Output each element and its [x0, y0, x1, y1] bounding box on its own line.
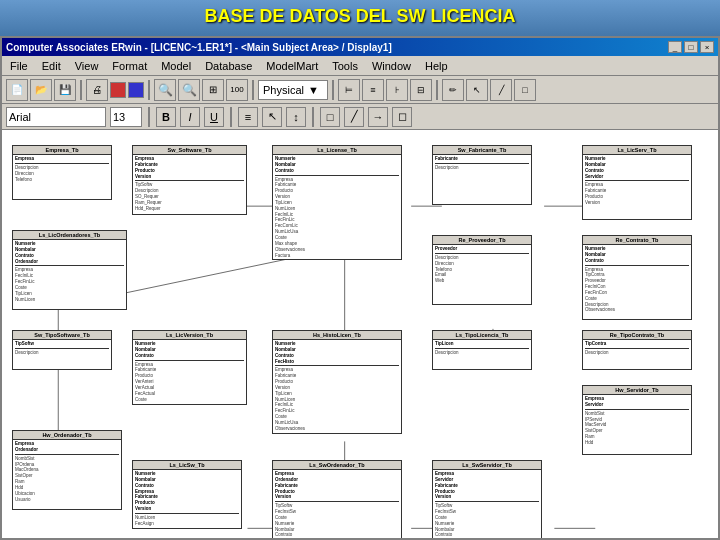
entity-box-e3[interactable]: Ls_LicServ_TbNumserieNombalarContratoSer… — [582, 145, 692, 220]
minimize-button[interactable]: _ — [668, 41, 682, 53]
line-tool-button[interactable]: ╱ — [490, 79, 512, 101]
field: FecAsign — [135, 521, 239, 527]
entity-header: Ls_LicSw_Tb — [133, 461, 241, 470]
align-left-button[interactable]: ⊨ — [338, 79, 360, 101]
field: Descripcion — [585, 350, 689, 356]
draw-line-button[interactable]: ╱ — [344, 107, 364, 127]
entity-box-e8[interactable]: Re_Proveedor_TbProveedorDescripcionDirec… — [432, 235, 532, 305]
arrow-tool-button[interactable]: ↖ — [262, 107, 282, 127]
entity-box-e12[interactable]: Re_TipoContrato_TbTipContraDescripcion — [582, 330, 692, 370]
sep5 — [436, 80, 438, 100]
entity-box-e14[interactable]: Hw_Servidor_TbEmpresaServidorNombSistIPS… — [582, 385, 692, 455]
canvas-area[interactable]: Ls_License_TbNumserieNombalarContratoEmp… — [2, 130, 718, 538]
print-button[interactable]: 🖨 — [86, 79, 108, 101]
field: Version — [585, 200, 689, 206]
app-window: Computer Associates ERwin - [LICENC~1.ER… — [0, 36, 720, 540]
entity-body: NumserieNombalarContratoEmpresaTipContra… — [583, 245, 691, 314]
menu-file[interactable]: File — [4, 59, 34, 73]
sep1 — [80, 80, 82, 100]
entity-box-e7[interactable]: Ls_LicVersion_TbNumserieNombalarContrato… — [132, 330, 247, 405]
view-mode-dropdown[interactable]: Physical ▼ — [258, 80, 328, 100]
entity-header: Sw_Fabricante_Tb — [433, 146, 531, 155]
entity-separator — [275, 501, 399, 502]
pk-field: Version — [435, 494, 539, 500]
entity-separator — [585, 409, 689, 410]
draw-tool-button[interactable]: ✏ — [442, 79, 464, 101]
italic-button[interactable]: I — [180, 107, 200, 127]
eraser-button[interactable]: ◻ — [392, 107, 412, 127]
draw-rect-button[interactable]: □ — [320, 107, 340, 127]
entity-separator — [15, 265, 124, 266]
zoom-in-button[interactable]: 🔍 — [154, 79, 176, 101]
zoom-fit-button[interactable]: ⊞ — [202, 79, 224, 101]
field: NumLicen — [15, 297, 124, 303]
entity-box-e13[interactable]: Ls_TipoLicencia_TbTipLicenDescripcion — [432, 330, 532, 370]
entity-box-e15[interactable]: Hw_Ordenador_TbEmpresaOrdenadorNombSistI… — [12, 430, 122, 510]
menu-window[interactable]: Window — [366, 59, 417, 73]
pk-field: Fabricante — [435, 156, 529, 162]
color1-button[interactable] — [110, 82, 126, 98]
new-button[interactable]: 📄 — [6, 79, 28, 101]
entity-box-e1[interactable]: Ls_License_TbNumserieNombalarContratoEmp… — [272, 145, 402, 260]
pk-field: FecHisto — [275, 359, 399, 365]
entity-box-e16[interactable]: Ls_SwOrdenador_TbEmpresaOrdenadorFabrica… — [272, 460, 402, 538]
entity-box-e5[interactable]: Ls_LicOrdenadores_TbNumserieNombalarCont… — [12, 230, 127, 310]
entity-box-e17[interactable]: Ls_SwServidor_TbEmpresaServidorFabricant… — [432, 460, 542, 538]
maximize-button[interactable]: □ — [684, 41, 698, 53]
font-sep1 — [148, 107, 150, 127]
menu-help[interactable]: Help — [419, 59, 454, 73]
entity-box-e11[interactable]: Sw_TipoSoftware_TbTipSoftwDescripcion — [12, 330, 112, 370]
font-sep3 — [312, 107, 314, 127]
shape-tool-button[interactable]: □ — [514, 79, 536, 101]
entity-header: Hw_Ordenador_Tb — [13, 431, 121, 440]
align-left-text-button[interactable]: ≡ — [238, 107, 258, 127]
entity-header: Ls_LicServ_Tb — [583, 146, 691, 155]
open-button[interactable]: 📂 — [30, 79, 52, 101]
sep4 — [332, 80, 334, 100]
pk-field: TipSoftw — [15, 341, 109, 347]
title-banner: BASE DE DATOS DEL SW LICENCIA — [0, 0, 720, 36]
field: Hdd_Requer — [135, 206, 244, 212]
menu-edit[interactable]: Edit — [36, 59, 67, 73]
entity-box-e4[interactable]: Sw_Software_TbEmpresaFabricanteProductoV… — [132, 145, 247, 215]
pk-field: Empresa — [15, 156, 109, 162]
entity-body: TipLicenDescripcion — [433, 340, 531, 357]
select-tool-button[interactable]: ↖ — [466, 79, 488, 101]
menu-database[interactable]: Database — [199, 59, 258, 73]
bold-button[interactable]: B — [156, 107, 176, 127]
entity-header: Ls_LicOrdenadores_Tb — [13, 231, 126, 240]
main-toolbar: 📄 📂 💾 🖨 🔍 🔍 ⊞ 100 Physical ▼ ⊨ ≡ ⊦ ⊟ ✏ ↖… — [2, 76, 718, 104]
entity-box-e18[interactable]: Ls_LicSw_TbNumserieNombalarContratoEmpre… — [132, 460, 242, 529]
menu-format[interactable]: Format — [106, 59, 153, 73]
zoom-100-button[interactable]: 100 — [226, 79, 248, 101]
pointer-tool-button[interactable]: ↕ — [286, 107, 306, 127]
menu-tools[interactable]: Tools — [326, 59, 364, 73]
menu-view[interactable]: View — [69, 59, 105, 73]
entity-header: Re_Proveedor_Tb — [433, 236, 531, 245]
underline-button[interactable]: U — [204, 107, 224, 127]
color2-button[interactable] — [128, 82, 144, 98]
entity-box-e2[interactable]: Sw_Fabricante_TbFabricanteDescripcion — [432, 145, 532, 205]
zoom-out-button[interactable]: 🔍 — [178, 79, 200, 101]
view-mode-label: Physical — [263, 84, 304, 96]
pk-field: Version — [275, 494, 399, 500]
menu-model[interactable]: Model — [155, 59, 197, 73]
save-button[interactable]: 💾 — [54, 79, 76, 101]
font-name-select[interactable]: Arial — [6, 107, 106, 127]
distribute-button[interactable]: ⊟ — [410, 79, 432, 101]
entity-box-e10[interactable]: Empresa_TbEmpresaDescripcionDireccionTel… — [12, 145, 112, 200]
pk-field: Version — [135, 174, 244, 180]
entity-separator — [435, 501, 539, 502]
align-right-button[interactable]: ⊦ — [386, 79, 408, 101]
close-button[interactable]: × — [700, 41, 714, 53]
entity-box-e9[interactable]: Hs_HistoLicen_TbNumserieNombalarContrato… — [272, 330, 402, 434]
entity-box-e6[interactable]: Re_Contrato_TbNumserieNombalarContratoEm… — [582, 235, 692, 320]
entity-separator — [435, 348, 529, 349]
draw-arrow-button[interactable]: → — [368, 107, 388, 127]
window-title: Computer Associates ERwin - [LICENC~1.ER… — [6, 42, 392, 53]
menu-modelmart[interactable]: ModelMart — [260, 59, 324, 73]
font-size-select[interactable]: 13 — [110, 107, 142, 127]
entity-header: Ls_SwServidor_Tb — [433, 461, 541, 470]
entity-header: Ls_SwOrdenador_Tb — [273, 461, 401, 470]
align-center-button[interactable]: ≡ — [362, 79, 384, 101]
